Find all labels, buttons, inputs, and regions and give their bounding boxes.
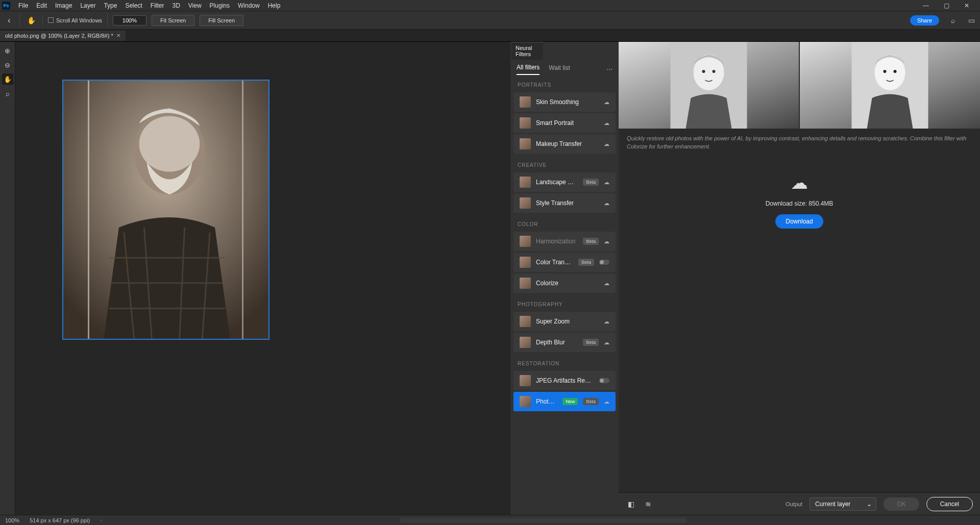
status-dimensions: 514 px x 647 px (96 ppi) bbox=[30, 517, 90, 523]
left-toolbar: ⊕ ⊖ ✋ ⌕ bbox=[0, 42, 15, 515]
neural-filters-tab[interactable]: Neural Filters bbox=[511, 42, 543, 60]
zoom-field[interactable]: 100% bbox=[113, 15, 146, 26]
menu-filter[interactable]: Filter bbox=[146, 1, 168, 11]
filter-super-zoom[interactable]: Super Zoom☁ bbox=[513, 312, 616, 331]
new-badge: New bbox=[562, 398, 578, 405]
tab-wait-list[interactable]: Wait list bbox=[549, 64, 570, 74]
toggle-icon[interactable] bbox=[599, 378, 609, 383]
beta-badge: Beta bbox=[583, 398, 599, 405]
chevron-down-icon: ⌄ bbox=[867, 501, 872, 508]
filter-smart-portrait[interactable]: Smart Portrait☁ bbox=[513, 113, 616, 133]
thumb-icon bbox=[520, 337, 531, 348]
fit-screen-button[interactable]: Fit Screen bbox=[152, 15, 194, 26]
document-tab[interactable]: old photo.png @ 100% (Layer 2, RGB/8#) *… bbox=[0, 31, 126, 41]
hand-tool-icon[interactable]: ✋ bbox=[25, 14, 37, 27]
tab-all-filters[interactable]: All filters bbox=[517, 64, 540, 75]
menu-type[interactable]: Type bbox=[100, 1, 121, 11]
canvas-image bbox=[62, 80, 270, 340]
filter-landscape-mixer[interactable]: Landscape MixerBeta☁ bbox=[513, 172, 616, 192]
thumb-icon bbox=[520, 396, 531, 407]
neural-filters-panel: Neural Filters All filters Wait list ⋯ P… bbox=[510, 42, 619, 515]
filter-photo-restoration[interactable]: Photo Res…NewBeta☁ bbox=[513, 392, 616, 411]
beta-badge: Beta bbox=[583, 179, 599, 186]
menu-file[interactable]: File bbox=[14, 1, 32, 11]
cloud-download-icon[interactable]: ☁ bbox=[604, 179, 609, 186]
svg-point-19 bbox=[884, 70, 887, 73]
search-icon[interactable]: ⌕ bbox=[948, 16, 958, 25]
toggle-icon[interactable] bbox=[599, 260, 609, 265]
menu-view[interactable]: View bbox=[184, 1, 206, 11]
menu-layer[interactable]: Layer bbox=[76, 1, 100, 11]
download-cloud-icon: ☁ bbox=[791, 172, 808, 193]
window-close-icon[interactable]: ✕ bbox=[960, 2, 974, 9]
cloud-download-icon[interactable]: ☁ bbox=[604, 238, 609, 245]
filter-color-transfer[interactable]: Color TransferBeta bbox=[513, 253, 616, 272]
filter-skin-smoothing[interactable]: Skin Smoothing☁ bbox=[513, 92, 616, 112]
cloud-download-icon[interactable]: ☁ bbox=[604, 339, 609, 346]
layers-icon[interactable]: ≋ bbox=[643, 499, 653, 509]
cloud-download-icon[interactable]: ☁ bbox=[604, 398, 609, 405]
menu-help[interactable]: Help bbox=[264, 1, 285, 11]
close-tab-icon[interactable]: ✕ bbox=[116, 33, 120, 38]
options-bar: ‹ ✋ Scroll All Windows 100% Fit Screen F… bbox=[0, 11, 980, 30]
thumb-icon bbox=[520, 197, 531, 209]
beta-badge: Beta bbox=[578, 259, 594, 266]
status-zoom: 100% bbox=[5, 517, 19, 523]
menu-edit[interactable]: Edit bbox=[32, 1, 51, 11]
more-icon[interactable]: ⋯ bbox=[606, 66, 612, 73]
section-photography: PHOTOGRAPHY bbox=[510, 294, 619, 310]
chevron-right-icon[interactable]: › bbox=[100, 518, 102, 523]
filter-jpeg-artifacts[interactable]: JPEG Artifacts Removal bbox=[513, 371, 616, 390]
menu-plugins[interactable]: Plugins bbox=[206, 1, 234, 11]
share-button[interactable]: Share bbox=[910, 15, 939, 26]
menu-image[interactable]: Image bbox=[51, 1, 76, 11]
menu-select[interactable]: Select bbox=[121, 1, 146, 11]
canvas-area[interactable] bbox=[15, 42, 510, 515]
status-bar: 100% 514 px x 647 px (96 ppi) › bbox=[0, 515, 980, 525]
cloud-download-icon[interactable]: ☁ bbox=[604, 318, 609, 325]
compare-icon[interactable]: ◧ bbox=[626, 499, 636, 509]
section-creative: CREATIVE bbox=[510, 155, 619, 171]
download-button[interactable]: Download bbox=[775, 214, 823, 229]
filter-style-transfer[interactable]: Style Transfer☁ bbox=[513, 193, 616, 213]
filter-detail-pane: Quickly restore old photos with the powe… bbox=[619, 42, 980, 515]
document-tab-title: old photo.png @ 100% (Layer 2, RGB/8#) * bbox=[5, 33, 113, 39]
thumb-icon bbox=[520, 316, 531, 327]
filter-depth-blur[interactable]: Depth BlurBeta☁ bbox=[513, 333, 616, 352]
output-select[interactable]: Current layer ⌄ bbox=[810, 497, 876, 511]
cloud-download-icon[interactable]: ☁ bbox=[604, 280, 609, 287]
panel-bottom-bar: ◧ ≋ Output Current layer ⌄ OK Cancel bbox=[619, 492, 980, 515]
back-icon[interactable]: ‹ bbox=[4, 15, 14, 26]
magnify-icon[interactable]: ⌕ bbox=[2, 88, 13, 99]
hand-icon[interactable]: ✋ bbox=[2, 73, 13, 85]
thumb-icon bbox=[520, 138, 531, 149]
document-tabstrip: old photo.png @ 100% (Layer 2, RGB/8#) *… bbox=[0, 30, 980, 42]
menu-window[interactable]: Window bbox=[234, 1, 264, 11]
cancel-button[interactable]: Cancel bbox=[926, 497, 973, 511]
filter-harmonization[interactable]: HarmonizationBeta☁ bbox=[513, 232, 616, 251]
beta-badge: Beta bbox=[583, 238, 599, 245]
cloud-download-icon[interactable]: ☁ bbox=[604, 120, 609, 127]
fill-screen-button[interactable]: Fill Screen bbox=[200, 15, 243, 26]
cloud-download-icon[interactable]: ☁ bbox=[604, 200, 609, 207]
menu-3d[interactable]: 3D bbox=[168, 1, 184, 11]
window-maximize-icon[interactable]: ▢ bbox=[939, 2, 953, 9]
filter-makeup-transfer[interactable]: Makeup Transfer☁ bbox=[513, 134, 616, 154]
cloud-download-icon[interactable]: ☁ bbox=[604, 141, 609, 147]
thumb-icon bbox=[520, 278, 531, 289]
filter-colorize[interactable]: Colorize☁ bbox=[513, 273, 616, 293]
ok-button[interactable]: OK bbox=[884, 497, 919, 511]
svg-point-15 bbox=[702, 70, 705, 73]
zoom-out-icon[interactable]: ⊖ bbox=[2, 59, 13, 70]
horizontal-scrollbar[interactable] bbox=[401, 518, 687, 523]
preview-before bbox=[619, 42, 799, 129]
window-minimize-icon[interactable]: — bbox=[919, 2, 933, 9]
thumb-icon bbox=[520, 96, 531, 108]
workspace-icon[interactable]: ▭ bbox=[967, 16, 976, 25]
beta-badge: Beta bbox=[583, 339, 599, 346]
thumb-icon bbox=[520, 236, 531, 247]
cloud-download-icon[interactable]: ☁ bbox=[604, 99, 609, 106]
thumb-icon bbox=[520, 177, 531, 188]
zoom-in-icon[interactable]: ⊕ bbox=[2, 45, 13, 56]
scroll-all-checkbox[interactable]: Scroll All Windows bbox=[48, 17, 102, 23]
